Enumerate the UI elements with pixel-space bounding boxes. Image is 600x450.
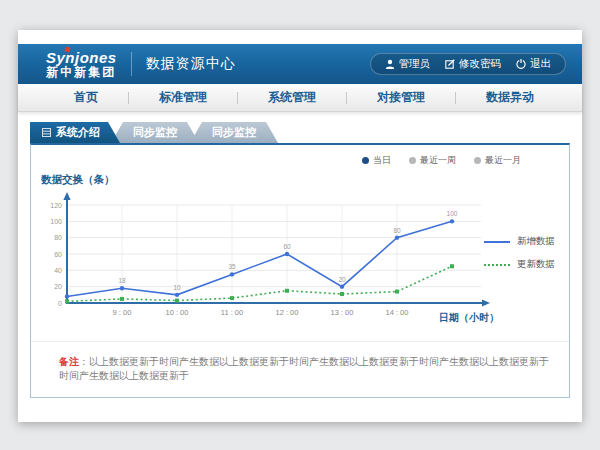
current-user-label: 管理员 bbox=[399, 57, 431, 71]
svg-text:100: 100 bbox=[447, 210, 458, 217]
solid-line-icon bbox=[484, 241, 510, 243]
line-chart: 9 : 0010 : 0011 : 0012 : 0013 : 0014 : 0… bbox=[41, 191, 496, 331]
svg-text:14 : 00: 14 : 00 bbox=[386, 308, 409, 317]
tab-label: 系统介绍 bbox=[56, 125, 100, 140]
filter-label: 最近一月 bbox=[485, 154, 521, 167]
filter-last-month[interactable]: 最近一月 bbox=[474, 154, 521, 167]
page-title: 数据资源中心 bbox=[146, 55, 236, 73]
tab-label: 同步监控 bbox=[133, 125, 177, 140]
filter-label: 最近一周 bbox=[420, 154, 456, 167]
svg-text:13 : 00: 13 : 00 bbox=[331, 308, 354, 317]
footnote-label: 备注 bbox=[59, 356, 79, 367]
user-icon bbox=[385, 59, 395, 69]
svg-text:60: 60 bbox=[283, 243, 291, 250]
logout-label: 退出 bbox=[530, 57, 551, 71]
logo: Synjones 新中新集团 bbox=[46, 50, 117, 78]
logout-button[interactable]: 退出 bbox=[516, 57, 551, 71]
svg-text:60: 60 bbox=[54, 251, 62, 258]
tab-sync-monitor-1[interactable]: 同步监控 bbox=[111, 122, 199, 143]
filter-today[interactable]: 当日 bbox=[362, 154, 391, 167]
x-axis-title: 日期（小时） bbox=[439, 311, 499, 325]
filter-last-week[interactable]: 最近一周 bbox=[409, 154, 456, 167]
change-password-label: 修改密码 bbox=[459, 57, 501, 71]
radio-dot-icon bbox=[474, 157, 481, 164]
header-bar: Synjones 新中新集团 数据资源中心 管理员 修改密码 bbox=[18, 44, 582, 84]
current-user-button[interactable]: 管理员 bbox=[385, 57, 431, 71]
svg-text:120: 120 bbox=[50, 202, 62, 209]
nav-item-data-change[interactable]: 数据异动 bbox=[456, 89, 564, 106]
chart-legend: 新增数据 更新数据 bbox=[484, 235, 555, 281]
y-axis-title: 数据交换（条） bbox=[41, 173, 115, 187]
tab-label: 同步监控 bbox=[212, 125, 256, 140]
main-nav: 首页 标准管理 系统管理 对接管理 数据异动 bbox=[18, 84, 582, 112]
legend-updated-data: 更新数据 bbox=[484, 258, 555, 271]
svg-text:20: 20 bbox=[338, 276, 346, 283]
power-icon bbox=[516, 59, 526, 69]
logo-brand: Synjones bbox=[46, 50, 117, 66]
nav-item-standard-mgmt[interactable]: 标准管理 bbox=[129, 89, 237, 106]
tab-system-intro[interactable]: 系统介绍 bbox=[30, 122, 120, 143]
svg-text:12 : 00: 12 : 00 bbox=[276, 308, 299, 317]
radio-dot-icon bbox=[362, 157, 369, 164]
svg-text:80: 80 bbox=[393, 227, 401, 234]
nav-item-system-mgmt[interactable]: 系统管理 bbox=[238, 89, 346, 106]
footnote: 备注：以上数据更新于时间产生数据以上数据更新于时间产生数据以上数据更新于时间产生… bbox=[31, 341, 569, 383]
dotted-line-icon bbox=[484, 264, 510, 266]
tab-sync-monitor-2[interactable]: 同步监控 bbox=[190, 122, 278, 143]
legend-new-data: 新增数据 bbox=[484, 235, 555, 248]
svg-text:20: 20 bbox=[54, 283, 62, 290]
svg-text:0: 0 bbox=[58, 300, 62, 307]
tab-bar: 系统介绍 同步监控 同步监控 bbox=[30, 122, 582, 143]
svg-text:11 : 00: 11 : 00 bbox=[221, 308, 243, 317]
edit-icon bbox=[445, 59, 455, 69]
svg-text:100: 100 bbox=[50, 218, 62, 225]
svg-text:10 : 00: 10 : 00 bbox=[166, 308, 189, 317]
filter-label: 当日 bbox=[373, 154, 391, 167]
svg-text:40: 40 bbox=[54, 267, 62, 274]
change-password-button[interactable]: 修改密码 bbox=[445, 57, 501, 71]
main-window: Synjones 新中新集团 数据资源中心 管理员 修改密码 bbox=[18, 30, 582, 422]
radio-dot-icon bbox=[409, 157, 416, 164]
time-range-filters: 当日 最近一周 最近一月 bbox=[362, 154, 521, 167]
svg-text:35: 35 bbox=[228, 263, 236, 270]
chart-panel: 当日 最近一周 最近一月 数据交换（条） 9 : 0010 : 0011 : 0… bbox=[30, 143, 570, 398]
svg-text:9 : 00: 9 : 00 bbox=[113, 308, 132, 317]
document-grid-icon bbox=[42, 127, 51, 139]
svg-text:10: 10 bbox=[173, 284, 181, 291]
footnote-text: ：以上数据更新于时间产生数据以上数据更新于时间产生数据以上数据更新于时间产生数据… bbox=[59, 356, 549, 381]
logo-company: 新中新集团 bbox=[46, 66, 117, 79]
svg-text:18: 18 bbox=[118, 277, 126, 284]
svg-text:80: 80 bbox=[54, 234, 62, 241]
nav-item-interface-mgmt[interactable]: 对接管理 bbox=[347, 89, 455, 106]
legend-label: 新增数据 bbox=[517, 235, 555, 248]
header-divider bbox=[131, 52, 132, 76]
nav-item-home[interactable]: 首页 bbox=[44, 89, 128, 106]
legend-label: 更新数据 bbox=[517, 258, 555, 271]
user-toolbar: 管理员 修改密码 退出 bbox=[370, 53, 567, 75]
